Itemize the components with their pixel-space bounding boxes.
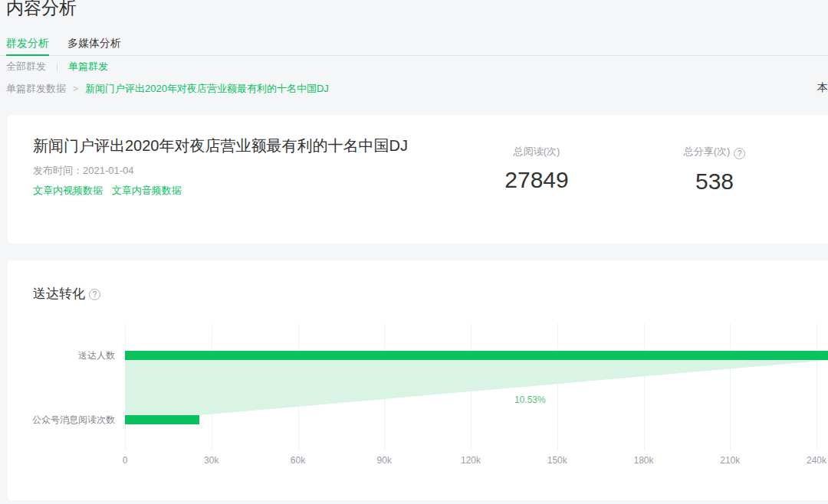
funnel-area xyxy=(125,323,828,450)
x-axis-tick-label: 180k xyxy=(621,455,667,466)
stat-total-shares-label: 总分享(次)? xyxy=(653,146,776,159)
article-summary-card: 新闻门户评出2020年对夜店营业额最有利的十名中国DJ 发布时间：2021-01… xyxy=(8,115,828,244)
stat-total-shares-value: 538 xyxy=(653,169,776,194)
funnel-bar-0 xyxy=(125,351,828,360)
x-axis-tick-label: 210k xyxy=(707,455,753,466)
stat-total-reads-label: 总阅读(次) xyxy=(475,146,598,158)
stat-total-reads: 总阅读(次) 27849 xyxy=(475,146,598,192)
conversion-rate-label: 10.53% xyxy=(514,394,546,405)
tab-multimedia-analysis[interactable]: 多媒体分析 xyxy=(67,35,121,54)
x-axis-tick-label: 0 xyxy=(102,455,148,466)
category-label: 送达人数 xyxy=(8,350,115,361)
stat-total-shares: 总分享(次)? 538 xyxy=(653,146,776,194)
subnav-divider xyxy=(57,63,58,72)
x-axis-tick-label: 90k xyxy=(361,455,407,466)
tab-mass-send-analysis[interactable]: 群发分析 xyxy=(6,35,49,56)
x-axis-tick-label: 60k xyxy=(275,455,321,466)
video-data-link[interactable]: 文章内视频数据 xyxy=(33,185,103,196)
media-data-links: 文章内视频数据 文章内音频数据 xyxy=(33,184,188,198)
content-analysis-page: 内容分析 群发分析 多媒体分析 全部群发单篇群发 单篇群发数据>新闻门户评出20… xyxy=(0,0,828,504)
subnav-all-mass-send[interactable]: 全部群发 xyxy=(6,61,46,73)
tab-bar: 群发分析 多媒体分析 xyxy=(0,35,828,56)
x-axis-tick-label: 150k xyxy=(534,455,580,466)
breadcrumb: 单篇群发数据>新闻门户评出2020年对夜店营业额最有利的十名中国DJ xyxy=(6,83,329,95)
category-label: 公众号消息阅读次数 xyxy=(8,414,115,425)
page-title: 内容分析 xyxy=(6,0,77,20)
funnel-bar-1 xyxy=(125,415,199,424)
x-axis-tick-label: 30k xyxy=(189,455,235,466)
breadcrumb-current-article[interactable]: 新闻门户评出2020年对夜店营业额最有利的十名中国DJ xyxy=(85,83,329,94)
x-axis-tick-label: 240k xyxy=(794,455,828,466)
help-icon[interactable]: ? xyxy=(734,148,745,159)
funnel-title-text: 送达转化 xyxy=(33,286,85,301)
help-icon[interactable]: ? xyxy=(89,289,100,300)
stat-total-reads-value: 27849 xyxy=(475,168,598,192)
funnel-chart-plot: 030k60k90k120k150k180k210k240k送达人数公众号消息阅… xyxy=(125,323,828,450)
breadcrumb-separator-icon: > xyxy=(73,83,78,94)
sub-nav: 全部群发单篇群发 xyxy=(6,61,108,73)
funnel-chart-title: 送达转化? xyxy=(33,286,100,303)
breadcrumb-parent[interactable]: 单篇群发数据 xyxy=(6,83,66,94)
article-title: 新闻门户评出2020年对夜店营业额最有利的十名中国DJ xyxy=(33,135,408,156)
clipped-right-text[interactable]: 本 xyxy=(817,81,828,95)
delivery-conversion-card: 送达转化? 030k60k90k120k150k180k210k240k送达人数… xyxy=(8,260,828,500)
subnav-single-mass-send[interactable]: 单篇群发 xyxy=(68,61,108,73)
audio-data-link[interactable]: 文章内音频数据 xyxy=(112,185,182,196)
x-axis-tick-label: 120k xyxy=(448,455,494,466)
stat-total-shares-text: 总分享(次) xyxy=(684,146,731,157)
publish-time: 发布时间：2021-01-04 xyxy=(33,164,134,178)
